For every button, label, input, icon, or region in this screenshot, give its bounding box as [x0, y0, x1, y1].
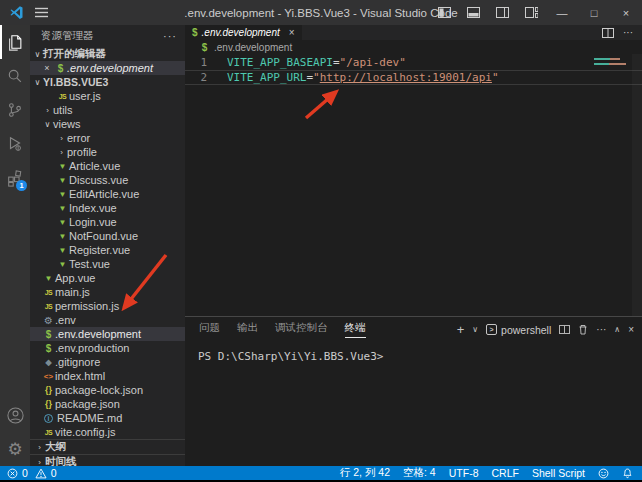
tree-folder[interactable]: ›profile [30, 145, 185, 159]
toggle-secondary-sidebar-icon[interactable] [488, 0, 517, 25]
problems-status[interactable]: 0 0 [7, 467, 57, 479]
close-panel-icon[interactable]: × [628, 324, 634, 335]
close-button[interactable]: × [610, 0, 642, 25]
notifications-bell-icon[interactable] [622, 468, 633, 479]
code-editor[interactable]: 1VITE_APP_BASEAPI="/api-dev"2VITE_APP_UR… [185, 54, 642, 316]
code-text: VITE_APP_URL="http://localhost:19001/api… [227, 71, 499, 85]
tree-file[interactable]: ▼NotFound.vue [30, 229, 185, 243]
menu-icon[interactable] [35, 7, 48, 18]
vue-file-icon: ▼ [56, 190, 69, 199]
chevron-right-icon: › [34, 443, 45, 452]
breadcrumb-item[interactable]: .env.development [214, 42, 292, 53]
tree-file[interactable]: {}package-lock.json [30, 383, 185, 397]
launch-profile-chevron-icon[interactable]: ∨ [472, 325, 478, 334]
split-terminal-icon[interactable] [559, 325, 570, 334]
maximize-button[interactable]: □ [578, 0, 610, 25]
open-editors-header[interactable]: ∨ 打开的编辑器 [30, 47, 185, 61]
terminal-selector[interactable]: > powershell [486, 324, 551, 336]
outline-section-header[interactable]: › 大纲 [30, 439, 185, 454]
search-icon[interactable] [0, 59, 30, 93]
tree-file[interactable]: ▼Index.vue [30, 201, 185, 215]
close-editor-icon[interactable]: × [42, 63, 52, 73]
tree-folder[interactable]: ›error [30, 131, 185, 145]
run-debug-icon[interactable] [0, 127, 30, 161]
feedback-smiley-icon[interactable] [598, 468, 609, 479]
js-file-icon: JS [42, 429, 55, 436]
status-indentation[interactable]: 空格: 4 [403, 466, 436, 480]
terminal[interactable]: PS D:\CSharp\Yi\Yi.BBS.Vue3> [185, 342, 642, 466]
tree-file[interactable]: ▼Article.vue [30, 159, 185, 173]
item-label: Index.vue [69, 202, 117, 214]
tree-file[interactable]: JSpermission.js [30, 299, 185, 313]
toggle-panel-icon[interactable] [459, 0, 488, 25]
split-editor-icon[interactable] [602, 28, 614, 38]
panel-tab-problems[interactable]: 问题 [199, 321, 220, 338]
tree-file[interactable]: <>index.html [30, 369, 185, 383]
kill-terminal-icon[interactable] [578, 324, 588, 335]
vue-file-icon: ▼ [56, 176, 69, 185]
tree-file[interactable]: ▼Login.vue [30, 215, 185, 229]
explorer-icon[interactable] [0, 25, 30, 59]
chevron-right-icon: › [56, 148, 67, 157]
tree-file[interactable]: ◆.gitignore [30, 355, 185, 369]
status-language-mode[interactable]: Shell Script [532, 467, 585, 479]
code-line-1[interactable]: 1VITE_APP_BASEAPI="/api-dev" [185, 56, 642, 70]
maximize-panel-icon[interactable]: ∧ [614, 325, 620, 334]
chevron-right-icon: › [42, 106, 53, 115]
item-label: utils [53, 104, 73, 116]
views-more-actions-icon[interactable]: ··· [163, 30, 177, 42]
extensions-icon[interactable]: 1 [0, 161, 30, 195]
new-terminal-icon[interactable]: + [457, 322, 465, 337]
extensions-badge: 1 [16, 180, 27, 191]
panel-tab-terminal[interactable]: 终端 [345, 321, 366, 338]
tree-file[interactable]: ▼Discuss.vue [30, 173, 185, 187]
customize-layout-icon[interactable] [517, 0, 546, 25]
status-encoding[interactable]: UTF-8 [449, 467, 479, 479]
tree-folder[interactable]: ∨views [30, 117, 185, 131]
tree-file[interactable]: ▼Test.vue [30, 257, 185, 271]
tree-file[interactable]: ▼Register.vue [30, 243, 185, 257]
status-eol[interactable]: CRLF [491, 467, 518, 479]
editor-group: $ .env.development × ··· $ .env.developm… [185, 25, 642, 466]
panel-tab-debug-console[interactable]: 调试控制台 [275, 321, 328, 338]
timeline-section-header[interactable]: › 时间线 [30, 454, 185, 466]
minimize-button[interactable]: — [546, 0, 578, 25]
error-count: 0 [22, 467, 28, 479]
tree-file[interactable]: iREADME.md [30, 411, 185, 425]
tree-file[interactable]: ▼App.vue [30, 271, 185, 285]
code-line-2[interactable]: 2VITE_APP_URL="http://localhost:19001/ap… [185, 70, 642, 86]
tab-close-icon[interactable]: × [289, 27, 295, 38]
tree-file[interactable]: ⚙.env [30, 313, 185, 327]
minimap-line [594, 58, 620, 60]
tree-file[interactable]: JSvite.config.js [30, 425, 185, 439]
editor-tab-bar: $ .env.development × ··· [185, 25, 642, 40]
breadcrumb[interactable]: $ .env.development [185, 40, 642, 54]
toggle-primary-sidebar-icon[interactable] [430, 0, 459, 25]
item-label: package.json [55, 398, 120, 410]
panel-tab-output[interactable]: 输出 [237, 321, 258, 338]
editor-scrollbar[interactable] [632, 54, 642, 316]
open-editor-item[interactable]: ×$.env.development [30, 61, 185, 75]
source-control-icon[interactable] [0, 93, 30, 127]
tab-env-development[interactable]: $ .env.development × [185, 25, 302, 40]
tree-file[interactable]: $.env.production [30, 341, 185, 355]
project-root-header[interactable]: ∨ YI.BBS.VUE3 [30, 75, 185, 89]
settings-gear-icon[interactable]: ⚙ [0, 432, 30, 466]
tree-folder[interactable]: ›utils [30, 103, 185, 117]
tree-file[interactable]: $.env.development [30, 327, 185, 341]
editor-more-actions-icon[interactable]: ··· [623, 27, 633, 38]
tree-file[interactable]: JSuser.js [30, 89, 185, 103]
js-file-icon: JS [42, 289, 55, 296]
account-icon[interactable] [0, 398, 30, 432]
tree-file[interactable]: ▼EditArticle.vue [30, 187, 185, 201]
panel-more-actions-icon[interactable]: ··· [596, 324, 606, 335]
chevron-right-icon: › [34, 458, 45, 467]
shell-file-icon: $ [42, 343, 55, 354]
item-label: vite.config.js [55, 426, 116, 438]
tree-file[interactable]: {}package.json [30, 397, 185, 411]
tree-file[interactable]: JSmain.js [30, 285, 185, 299]
item-label: EditArticle.vue [69, 188, 139, 200]
url-link[interactable]: http://localhost:19001/api [320, 71, 492, 84]
minimap[interactable] [594, 58, 628, 68]
status-cursor-position[interactable]: 行 2, 列 42 [340, 466, 390, 480]
